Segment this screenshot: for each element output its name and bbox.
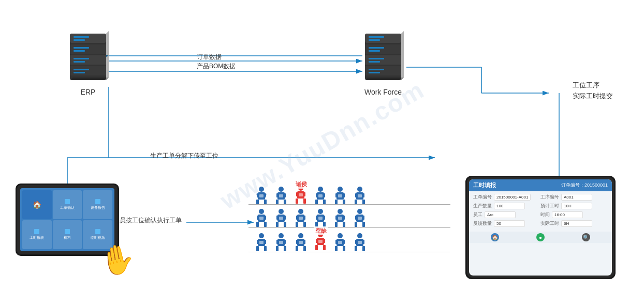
wt-title: 工时填报 — [473, 181, 496, 189]
svg-rect-131 — [256, 246, 259, 251]
worker-status-3: 空缺 — [314, 226, 328, 235]
svg-rect-26 — [74, 69, 89, 70]
wt-search-icon[interactable]: 🔍 — [582, 233, 590, 241]
svg-rect-51 — [259, 194, 264, 197]
svg-rect-24 — [74, 58, 89, 59]
svg-rect-41 — [369, 69, 384, 70]
svg-rect-166 — [355, 246, 357, 251]
svg-rect-168 — [355, 240, 357, 244]
svg-rect-99 — [284, 216, 286, 220]
svg-point-164 — [357, 233, 362, 238]
svg-rect-120 — [343, 216, 345, 220]
tablet-btn-3: 工时报表 — [22, 220, 52, 249]
svg-point-129 — [259, 233, 264, 238]
wf-block: Work Force — [362, 31, 404, 96]
svg-rect-140 — [276, 240, 279, 244]
production-order-label: 生产工单分解下传至工位 — [150, 151, 218, 160]
svg-rect-31 — [365, 34, 401, 43]
wt-field-employee: 员工 Arc — [473, 211, 540, 218]
tablet-btn-1: 工单确认 — [53, 190, 82, 219]
row-separator-3 — [248, 252, 450, 252]
workers-row-1: 诸侯 — [254, 185, 368, 206]
svg-point-80 — [357, 187, 362, 192]
svg-rect-149 — [299, 241, 303, 244]
svg-rect-25 — [74, 61, 85, 63]
svg-rect-35 — [369, 36, 384, 38]
svg-rect-141 — [284, 240, 286, 244]
svg-rect-71 — [323, 193, 325, 197]
svg-marker-44 — [365, 78, 404, 80]
svg-rect-159 — [335, 246, 338, 251]
svg-rect-20 — [74, 36, 89, 38]
svg-rect-106 — [303, 216, 305, 220]
wt-circle-icon[interactable]: ● — [536, 233, 545, 241]
svg-rect-152 — [315, 245, 318, 250]
wt-footer: 🏠 ● 🔍 — [469, 232, 612, 243]
wt-field-planned-hours: 预计工时 10H — [540, 203, 608, 209]
wt-field-row-2: 生产数量 100 预计工时 10H — [473, 203, 608, 209]
svg-rect-134 — [264, 240, 266, 244]
svg-rect-77 — [335, 193, 338, 197]
svg-point-66 — [318, 187, 323, 192]
svg-rect-126 — [355, 216, 357, 220]
tablet-screen: 🏠 工单确认 设备报告 工时报表 机料 临时视频 — [20, 188, 114, 251]
svg-rect-127 — [362, 216, 364, 220]
svg-point-136 — [279, 233, 284, 238]
svg-rect-56 — [276, 193, 279, 197]
svg-point-73 — [338, 187, 343, 192]
svg-rect-114 — [318, 217, 323, 220]
svg-rect-84 — [355, 193, 357, 197]
erp-server-icon — [67, 31, 109, 83]
tablet-device: 🏠 工单确认 设备报告 工时报表 机料 临时视频 — [16, 184, 119, 264]
svg-rect-57 — [284, 193, 286, 197]
svg-rect-105 — [296, 216, 298, 220]
hand-icon: 🤚 — [97, 242, 137, 277]
wt-order: 订单编号：201500001 — [561, 182, 608, 189]
wt-field-row-4: 反馈数量 50 实际工时 6H — [473, 220, 608, 227]
wt-body: 工单编号 201500001-A001 工序编号 A001 生产数量 100 预… — [469, 191, 612, 232]
svg-rect-79 — [338, 194, 342, 197]
svg-rect-132 — [264, 246, 267, 251]
svg-rect-107 — [299, 217, 303, 220]
svg-rect-19 — [70, 66, 106, 75]
svg-rect-58 — [279, 194, 283, 197]
svg-rect-61 — [296, 199, 298, 204]
svg-rect-170 — [358, 241, 362, 244]
svg-rect-63 — [296, 192, 298, 196]
order-data-label: 订单数据 — [197, 53, 222, 62]
svg-rect-18 — [70, 55, 106, 65]
wt-home-icon[interactable]: 🏠 — [491, 233, 499, 241]
svg-rect-38 — [369, 50, 380, 52]
svg-rect-163 — [338, 241, 342, 244]
svg-rect-121 — [338, 217, 342, 220]
svg-point-101 — [298, 209, 303, 214]
svg-rect-138 — [276, 246, 279, 251]
worker-status-1: 诸侯 — [294, 180, 309, 189]
svg-rect-98 — [276, 216, 279, 220]
tablet-home-btn: 🏠 — [22, 190, 52, 219]
svg-rect-23 — [74, 50, 85, 52]
svg-rect-78 — [343, 193, 345, 197]
svg-rect-93 — [259, 217, 264, 220]
svg-rect-169 — [362, 240, 364, 244]
svg-rect-96 — [276, 222, 279, 227]
svg-point-157 — [338, 233, 343, 238]
svg-rect-33 — [365, 55, 401, 65]
svg-rect-153 — [323, 245, 326, 250]
svg-rect-89 — [256, 222, 259, 227]
erp-block: ERP — [67, 31, 109, 96]
tablet-btn-2: 设备报告 — [83, 190, 112, 219]
wt-field-order-no: 工单编号 201500001-A001 — [473, 194, 540, 201]
svg-rect-112 — [316, 216, 318, 220]
svg-rect-37 — [369, 47, 384, 49]
svg-rect-22 — [74, 47, 89, 49]
svg-rect-97 — [284, 222, 286, 227]
wt-field-process-no: 工序编号 A001 — [540, 194, 608, 201]
worktime-panel: 工时填报 订单编号：201500001 工单编号 201500001-A001 … — [465, 176, 616, 279]
svg-rect-36 — [369, 39, 380, 41]
svg-rect-146 — [303, 246, 306, 251]
tablet-btn-4: 机料 — [53, 220, 82, 249]
svg-rect-32 — [365, 44, 401, 54]
wt-field-qty: 生产数量 100 — [473, 203, 540, 209]
svg-rect-119 — [335, 216, 338, 220]
